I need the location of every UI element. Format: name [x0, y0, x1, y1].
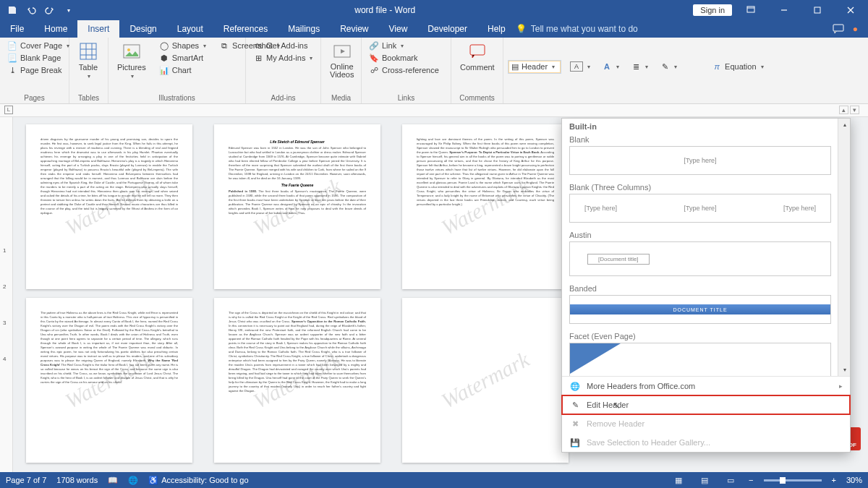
wordart-button[interactable]: A▾	[599, 61, 622, 72]
focus-view-icon[interactable]: ▦	[671, 474, 686, 487]
save-icon[interactable]	[4, 2, 20, 18]
scroll-up-icon[interactable]: ▴	[838, 119, 850, 131]
office-icon: 🌐	[569, 380, 581, 392]
ribbon: 📄Cover Page▾ 📃Blank Page ⤓Page Break Pag…	[0, 38, 868, 104]
tab-design[interactable]: Design	[119, 20, 166, 38]
gallery-item-austin[interactable]: Austin [Document title]	[562, 228, 850, 282]
maximize-icon[interactable]	[803, 0, 832, 20]
tab-mailings[interactable]: Mailings	[278, 20, 330, 38]
header-icon: ▤	[511, 62, 519, 72]
gallery-item-blank-three[interactable]: Blank (Three Columns) [Type here][Type h…	[562, 181, 850, 228]
page-thumbnail[interactable]: Watermark driven disguises by the grueso…	[26, 124, 192, 289]
gallery-section-builtin: Built-in	[562, 119, 850, 133]
online-video-button[interactable]: Online Videos	[326, 40, 358, 80]
ruler-tab-marker[interactable]: L	[4, 106, 13, 114]
header-dropdown-button[interactable]: ▤Header▾	[508, 60, 561, 74]
tab-review[interactable]: Review	[330, 20, 378, 38]
link-icon: 🔗	[369, 40, 379, 51]
page-thumbnail[interactable]: Watermark The sign of the Cross is depic…	[214, 298, 380, 463]
tab-insert[interactable]: Insert	[77, 20, 119, 38]
pictures-icon	[122, 41, 142, 61]
group-label-illustrations: Illustrations	[113, 93, 241, 103]
cover-page-button[interactable]: 📄Cover Page▾	[4, 40, 72, 51]
dropcap-button[interactable]: ≣▾	[628, 61, 651, 72]
redo-icon[interactable]	[42, 2, 58, 18]
get-addins-button[interactable]: 🛍Get Add-ins	[250, 40, 315, 51]
language-icon[interactable]: 🌐	[128, 476, 138, 485]
tab-layout[interactable]: Layout	[167, 20, 213, 38]
table-button[interactable]: Table▾	[74, 40, 103, 81]
smartart-button[interactable]: ⬢SmartArt	[156, 52, 209, 64]
cross-ref-button[interactable]: ☍Cross-reference	[366, 64, 442, 76]
svg-rect-1	[814, 7, 820, 13]
undo-icon[interactable]	[23, 2, 39, 18]
page-thumbnail[interactable]: Watermark	[402, 298, 569, 463]
qat-more-icon[interactable]: ▾	[61, 2, 77, 18]
ribbon-tabs: File Home Insert Design Layout Reference…	[0, 20, 868, 38]
chart-button[interactable]: 📊Chart	[156, 64, 209, 76]
print-layout-icon[interactable]: ▤	[697, 474, 712, 487]
status-bar: Page 7 of 7 1708 words 📖 🌐 ♿Accessibilit…	[0, 472, 868, 488]
signature-icon: ✎	[660, 61, 670, 72]
bookmark-button[interactable]: 🔖Bookmark	[366, 52, 442, 64]
ruler-down-icon[interactable]: ▾	[850, 106, 859, 114]
tell-me-search[interactable]: 💡 Tell me what you want to do	[516, 20, 833, 38]
shapes-icon: ◯	[159, 40, 169, 51]
body-text: fighting and love are dominant themes of…	[417, 137, 554, 207]
tab-home[interactable]: Home	[34, 20, 77, 38]
equation-button[interactable]: πEquation▾	[709, 61, 766, 72]
svg-rect-2	[833, 25, 843, 31]
submenu-arrow-icon: ▸	[839, 382, 843, 390]
accessibility-status[interactable]: ♿Accessibility: Good to go	[148, 476, 248, 485]
tab-developer[interactable]: Developer	[417, 20, 477, 38]
status-page[interactable]: Page 7 of 7	[6, 476, 46, 484]
page-break-button[interactable]: ⤓Page Break	[4, 64, 72, 76]
zoom-in-button[interactable]: +	[832, 476, 836, 484]
gallery-scrollbar[interactable]: ▴ ▾	[838, 119, 850, 376]
comment-button[interactable]: Comment	[456, 40, 499, 73]
link-button[interactable]: 🔗Link▾	[366, 40, 442, 51]
sign-in-button[interactable]: Sign in	[693, 4, 732, 16]
equation-icon: π	[712, 61, 722, 72]
spellcheck-icon[interactable]: 📖	[108, 476, 118, 485]
blank-page-button[interactable]: 📃Blank Page	[4, 52, 72, 64]
smartart-icon: ⬢	[159, 53, 169, 63]
gallery-item-blank[interactable]: Blank [Type here]	[562, 133, 850, 181]
my-addins-button[interactable]: ⊞My Add-ins▾	[250, 52, 315, 64]
dropcap-icon: ≣	[631, 61, 641, 72]
tab-view[interactable]: View	[379, 20, 418, 38]
zoom-slider[interactable]	[764, 479, 822, 481]
title-bar: ▾ word file - Word Sign in	[0, 0, 868, 20]
document-canvas[interactable]: 1 2 3 4 Watermark driven disguises by th…	[0, 117, 868, 472]
scroll-down-icon[interactable]: ▾	[838, 364, 850, 376]
text-box-button[interactable]: A▾	[567, 61, 593, 72]
page-thumbnail[interactable]: Watermark Life Sketch of Edmund Spenser …	[214, 124, 380, 289]
minimize-icon[interactable]	[770, 0, 799, 20]
group-label-pages: Pages	[4, 93, 64, 103]
tab-references[interactable]: References	[213, 20, 278, 38]
page-thumbnail[interactable]: Watermark The pattern of true Holiness a…	[26, 298, 192, 463]
video-icon	[332, 41, 352, 61]
more-headers-menu[interactable]: 🌐More Headers from Office.com▸	[562, 377, 850, 395]
comments-pane-icon[interactable]	[833, 24, 844, 34]
edit-header-menu[interactable]: ✎Edit Header↖	[562, 395, 850, 414]
shapes-button[interactable]: ◯Shapes▾	[156, 40, 209, 51]
tab-help[interactable]: Help	[477, 20, 516, 38]
pictures-button[interactable]: Pictures▾	[113, 40, 150, 81]
ribbon-options-icon[interactable]	[736, 0, 765, 20]
tab-file[interactable]: File	[0, 20, 34, 38]
gallery-item-facet[interactable]: Facet (Even Page)	[562, 330, 850, 376]
group-label-tables: Tables	[74, 93, 103, 103]
zoom-level[interactable]: 30%	[846, 476, 862, 484]
close-icon[interactable]	[836, 0, 865, 20]
comment-icon	[467, 41, 488, 61]
ruler-up-icon[interactable]: ▴	[839, 106, 848, 114]
zoom-out-button[interactable]: −	[749, 476, 753, 484]
notification-dot-icon[interactable]: ●	[853, 24, 858, 34]
svg-rect-3	[80, 43, 96, 59]
web-layout-icon[interactable]: ▭	[723, 474, 739, 487]
page-thumbnail[interactable]: Watermark fighting and love are dominant…	[402, 124, 569, 289]
status-words[interactable]: 1708 words	[56, 476, 98, 484]
signature-button[interactable]: ✎▾	[657, 61, 680, 72]
gallery-item-banded[interactable]: Banded DOCUMENT TITLE	[562, 282, 850, 330]
